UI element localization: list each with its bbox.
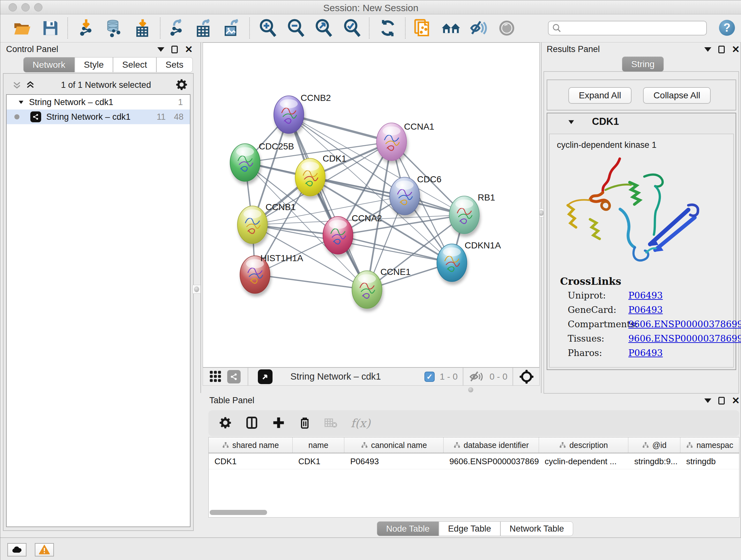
- expand-all-networks-icon[interactable]: [25, 79, 36, 91]
- zoom-out-icon[interactable]: [286, 18, 306, 38]
- column-header-description[interactable]: description: [539, 437, 629, 453]
- delete-column-icon[interactable]: [298, 416, 311, 431]
- table-row[interactable]: CDK1 CDK1 P06493 9606.ENSP00000378699 cy…: [209, 453, 739, 469]
- warning-button[interactable]: [35, 543, 54, 557]
- tab-node-table[interactable]: Node Table: [377, 521, 439, 536]
- entry-collapse-icon[interactable]: [567, 118, 576, 127]
- collapse-all-networks-icon[interactable]: [12, 79, 22, 91]
- tab-edge-table[interactable]: Edge Table: [439, 521, 500, 536]
- right-splitter[interactable]: [541, 43, 542, 393]
- crosslink-compartments[interactable]: 9606.ENSP00000378699: [628, 319, 741, 329]
- node-table[interactable]: shared name name canonical name database…: [208, 437, 739, 517]
- zoom-in-icon[interactable]: [258, 18, 278, 38]
- close-panel-icon[interactable]: ✕: [732, 46, 740, 53]
- first-neighbors-icon[interactable]: [413, 18, 432, 38]
- network-node[interactable]: CDC6: [390, 174, 441, 215]
- zoom-fit-icon[interactable]: [314, 18, 334, 38]
- float-panel-icon[interactable]: [704, 47, 711, 52]
- crosslink-pharos[interactable]: P06493: [628, 348, 663, 358]
- column-header-name[interactable]: name: [293, 437, 345, 453]
- share-badge-icon[interactable]: [227, 370, 241, 383]
- gear-icon[interactable]: [175, 78, 188, 92]
- grid-icon[interactable]: [208, 369, 222, 384]
- column-header-id[interactable]: @id: [628, 437, 680, 453]
- tree-expander-icon[interactable]: [17, 99, 24, 106]
- shared-column-icon: [361, 442, 368, 448]
- graphics-details-icon[interactable]: [497, 18, 517, 38]
- network-node[interactable]: CCNA1: [377, 122, 434, 161]
- network-node[interactable]: RB1: [449, 192, 495, 234]
- collapse-all-button[interactable]: Collapse All: [643, 87, 711, 104]
- cell-database-identifier: 9606.ENSP00000378699: [444, 453, 539, 469]
- network-node[interactable]: HIST1H1A: [240, 253, 303, 294]
- save-session-icon[interactable]: [41, 18, 60, 38]
- add-column-icon[interactable]: [272, 416, 286, 431]
- export-image-icon[interactable]: [222, 18, 242, 38]
- expand-all-button[interactable]: Expand All: [568, 87, 631, 104]
- zoom-selected-icon[interactable]: [342, 18, 362, 38]
- import-network-icon[interactable]: [76, 18, 96, 38]
- tab-sets[interactable]: Sets: [156, 57, 193, 72]
- table-panel-buttons: ✕: [704, 397, 740, 405]
- tab-style[interactable]: Style: [75, 57, 113, 72]
- tab-network[interactable]: Network: [23, 57, 75, 72]
- refresh-icon[interactable]: [378, 18, 398, 38]
- clear-table-icon: [324, 416, 338, 430]
- column-header-namespace[interactable]: namespac: [680, 437, 739, 453]
- export-network-icon[interactable]: [166, 18, 186, 38]
- column-header-database-identifier[interactable]: database identifier: [444, 437, 539, 453]
- network-canvas[interactable]: CCNB2CCNA1CDC25BCDK1CDC6RB1CCNB1CCNA2CDK…: [203, 43, 540, 368]
- network-node[interactable]: CDK1: [295, 153, 347, 196]
- search-icon: [552, 23, 562, 33]
- network-edge[interactable]: [289, 115, 367, 290]
- columns-icon[interactable]: [245, 416, 259, 431]
- left-splitter[interactable]: [200, 43, 201, 393]
- gear-icon[interactable]: [219, 416, 232, 431]
- close-panel-icon[interactable]: ✕: [185, 46, 193, 53]
- selected-checkbox-icon[interactable]: ✓: [424, 372, 434, 382]
- network-node[interactable]: CDKN1A: [437, 240, 501, 282]
- network-node[interactable]: CCNB2: [274, 93, 331, 133]
- crosslink-genecard[interactable]: P06493: [628, 305, 663, 315]
- cloud-button[interactable]: [7, 543, 26, 557]
- import-table-icon[interactable]: [133, 18, 152, 38]
- crosslink-uniprot[interactable]: P06493: [628, 290, 663, 301]
- export-table-icon[interactable]: [194, 18, 214, 38]
- birdseye-toggle-icon[interactable]: [518, 368, 535, 385]
- network-edge[interactable]: [255, 274, 367, 290]
- tab-string[interactable]: String: [622, 57, 664, 72]
- bottom-splitter-handle[interactable]: [468, 387, 473, 392]
- search-field[interactable]: [562, 23, 699, 33]
- toolbar-separator: [369, 17, 369, 39]
- maximize-panel-icon[interactable]: [172, 46, 178, 53]
- float-panel-icon[interactable]: [157, 47, 164, 52]
- column-header-canonical-name[interactable]: canonical name: [344, 437, 444, 453]
- node-label: CCNA1: [404, 122, 434, 132]
- maximize-panel-icon[interactable]: [718, 397, 725, 405]
- column-header-shared-name[interactable]: shared name: [209, 437, 293, 453]
- float-panel-icon[interactable]: [704, 398, 711, 403]
- maximize-panel-icon[interactable]: [718, 46, 725, 53]
- close-panel-icon[interactable]: ✕: [732, 397, 740, 405]
- open-session-icon[interactable]: [12, 18, 32, 38]
- network-node[interactable]: CCNE1: [352, 267, 411, 308]
- homes-icon[interactable]: [441, 18, 461, 38]
- hide-details-icon[interactable]: [469, 18, 488, 38]
- crosslink-tissues[interactable]: 9606.ENSP00000378699: [628, 333, 741, 344]
- network-edge[interactable]: [289, 115, 392, 142]
- network-row[interactable]: String Network – cdk1 11 48: [7, 110, 190, 124]
- entry-gene-name[interactable]: CDK1: [592, 116, 619, 127]
- tab-select[interactable]: Select: [113, 57, 156, 72]
- help-icon[interactable]: ?: [719, 20, 735, 36]
- import-database-icon[interactable]: [104, 18, 124, 38]
- node-label: HIST1H1A: [260, 253, 303, 263]
- search-input[interactable]: [548, 21, 707, 36]
- network-graph[interactable]: CCNB2CCNA1CDC25BCDK1CDC6RB1CCNB1CCNA2CDK…: [203, 43, 539, 367]
- table-horizontal-scrollbar[interactable]: [210, 510, 738, 516]
- left-splitter-handle[interactable]: [192, 285, 201, 294]
- toolbar-separator: [463, 368, 463, 386]
- network-collection-row[interactable]: String Network – cdk1 1: [7, 95, 190, 110]
- scrollbar-thumb[interactable]: [210, 510, 267, 515]
- tab-network-table[interactable]: Network Table: [500, 521, 574, 536]
- detach-view-icon[interactable]: [258, 369, 273, 384]
